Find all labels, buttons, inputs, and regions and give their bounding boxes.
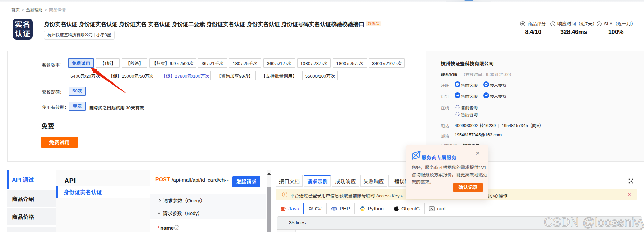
- svg-text:php: php: [332, 207, 336, 210]
- svg-text:?: ?: [176, 226, 177, 229]
